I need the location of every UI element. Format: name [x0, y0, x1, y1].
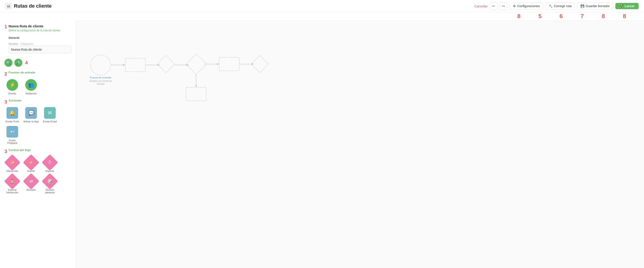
svg-rect-18 [219, 57, 239, 71]
svg-text:Fuente de entrada: Fuente de entrada [90, 76, 112, 79]
email-icon: ✉ [44, 107, 56, 119]
acciones-title: Acciones [8, 99, 22, 102]
enviar-email[interactable]: ✉ Enviar Email [42, 107, 58, 123]
search-icon-1[interactable]: 🔍 [4, 59, 12, 67]
name-input[interactable] [8, 46, 71, 53]
fuentes-title: Fuentes de entrada [8, 71, 35, 74]
division-aleatoria[interactable]: 🎲 División aleatoria [42, 176, 58, 194]
sidebar: 1 Nueva Ruta de cliente Define la config… [0, 20, 76, 268]
guardar-button[interactable]: 💾 Guardar borrador [577, 3, 613, 10]
control-grid: ✨ Interacción ⚡ Evento ⏱ Esperar ⏳ [4, 157, 71, 194]
evento-icon: ⚡ [6, 79, 18, 91]
svg-text:Arrastra una fuente de: Arrastra una fuente de [90, 80, 112, 82]
interaccion[interactable]: ✨ Interacción [4, 157, 20, 172]
undo-icon: ↩ [492, 4, 495, 8]
esperar-interaccion-label: Esperar Interacción [4, 188, 20, 194]
num-8-3: 8 [623, 13, 626, 20]
svg-marker-5 [123, 64, 125, 66]
gear-icon: ⚙ [513, 4, 516, 8]
sidebar-desc: Define la configuración de la ruta de cl… [8, 29, 71, 32]
annotation-1: 1 [4, 24, 7, 29]
svg-rect-21 [251, 55, 268, 73]
activar-inapp[interactable]: 💬 Activar In-App [23, 107, 39, 123]
page-title: Rutas de cliente [14, 3, 52, 9]
email-label: Enviar Email [43, 120, 57, 123]
fuentes-grid: ⚡ Evento 👥 Audiencia [4, 79, 71, 95]
control-title: Control del flujo [8, 148, 31, 152]
corregir-button[interactable]: 🔧 Corregir ruta [546, 3, 575, 10]
sidebar-subtitle: Nueva Ruta de cliente [8, 24, 71, 28]
rocket-icon: 🚀 [620, 4, 623, 8]
annotation-4: 4 [25, 60, 28, 66]
num-7: 7 [581, 13, 584, 20]
division-icon: 🎲 [42, 173, 58, 190]
wrench-icon: 🔧 [549, 4, 552, 8]
num-5: 5 [538, 13, 542, 20]
svg-text:entrada: entrada [97, 83, 104, 85]
division-label: División aleatoria [42, 188, 58, 194]
push-label: Enviar Push [6, 120, 19, 123]
evento-fuente[interactable]: ⚡ Evento [4, 79, 20, 95]
numbers-row: 8 5 6 7 8 8 [0, 12, 644, 20]
main-content: 1 Nueva Ruta de cliente Define la config… [0, 20, 644, 268]
decision-icon: ⇄ [23, 173, 39, 190]
svg-marker-20 [252, 63, 254, 65]
decision[interactable]: ⇄ Decisión [23, 176, 39, 194]
evento-control-icon: ⚡ [23, 154, 39, 171]
postback-label: Enviar Postback [4, 139, 20, 144]
svg-marker-14 [195, 85, 197, 87]
annotation-3b: 3 [4, 149, 7, 154]
undo-button[interactable]: ↩ [490, 2, 498, 10]
annotation-2: 2 [4, 71, 7, 77]
name-field-label: Nombre [8, 42, 18, 46]
redo-button[interactable]: ↪ [500, 2, 507, 10]
svg-rect-15 [186, 87, 206, 101]
app-icon: 🗂 [5, 3, 12, 9]
svg-marker-17 [217, 63, 219, 65]
flow-svg: Fuente de entrada Arrastra una fuente de… [76, 20, 644, 268]
cancel-button[interactable]: Cancelar [474, 4, 488, 8]
postback-icon: ↩ [6, 126, 18, 138]
inapp-icon: 💬 [25, 107, 37, 119]
lanzar-button[interactable]: 🚀 Lanzar [616, 3, 639, 9]
esperar-interaccion[interactable]: ⏳ Esperar Interacción [4, 176, 20, 194]
acciones-grid: 🔔 Enviar Push 💬 Activar In-App ✉ Enviar … [4, 107, 71, 144]
redo-icon: ↪ [502, 4, 505, 8]
enviar-push[interactable]: 🔔 Enviar Push [4, 107, 20, 123]
esperar-interaccion-icon: ⏳ [4, 173, 20, 190]
canvas[interactable]: Fuente de entrada Arrastra una fuente de… [76, 20, 644, 268]
interaccion-icon: ✨ [4, 154, 20, 171]
svg-rect-12 [186, 54, 206, 74]
configuraciones-button[interactable]: ⚙ Configuraciones [510, 3, 543, 10]
enviar-postback[interactable]: ↩ Enviar Postback [4, 126, 20, 144]
audiencia-icon: 👥 [25, 79, 37, 91]
annotation-3: 3 [4, 99, 7, 105]
num-8-2: 8 [602, 13, 605, 20]
num-6: 6 [560, 13, 562, 20]
search-icon-2[interactable]: 🔎 [14, 59, 22, 67]
svg-rect-9 [157, 55, 175, 73]
svg-point-0 [90, 55, 111, 75]
general-label: General [8, 36, 71, 39]
save-icon: 💾 [580, 4, 584, 8]
esperar-icon: ⏱ [42, 154, 58, 171]
name-placeholder: Obligatorio [20, 42, 33, 46]
header-left: 🗂 Rutas de cliente [5, 3, 52, 9]
num-8-1: 8 [517, 13, 520, 20]
header: 🗂 Rutas de cliente Cancelar ↩ ↪ ⚙ Config… [0, 0, 644, 12]
svg-rect-6 [125, 58, 145, 72]
audiencia-fuente[interactable]: 👥 Audiencia [23, 79, 39, 95]
evento-label: Evento [8, 92, 16, 95]
audiencia-label: Audiencia [26, 92, 36, 95]
evento-control[interactable]: ⚡ Evento [23, 157, 39, 172]
header-actions: Cancelar ↩ ↪ ⚙ Configuraciones 🔧 Corregi… [474, 2, 639, 10]
push-icon: 🔔 [6, 107, 18, 119]
esperar[interactable]: ⏱ Esperar [42, 157, 58, 172]
inapp-label: Activar In-App [23, 120, 39, 123]
